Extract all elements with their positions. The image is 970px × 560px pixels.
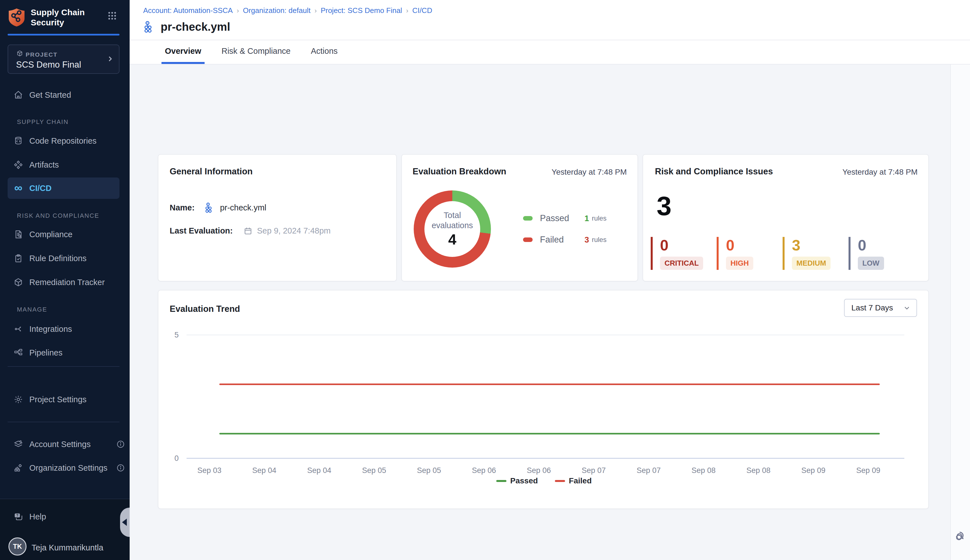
sidebar-item-label: Integrations — [29, 325, 72, 334]
chat-bubbles-icon[interactable] — [954, 530, 967, 543]
sidebar-item-get-started[interactable]: Get Started — [8, 84, 120, 106]
sidebar-item-code-repositories[interactable]: Code Repositories — [8, 130, 120, 152]
sidebar-item-project-settings[interactable]: Project Settings — [8, 389, 120, 410]
sidebar-item-label: CI/CD — [29, 184, 52, 193]
tab-overview[interactable]: Overview — [162, 40, 205, 64]
app-grid-icon[interactable] — [107, 11, 117, 21]
legend-unit: rules — [592, 236, 606, 244]
svg-text:0: 0 — [174, 454, 179, 463]
pipeline-icon — [143, 20, 156, 33]
legend-item-failed: Failed 3 rules — [523, 235, 606, 245]
svg-text:?: ? — [16, 513, 18, 517]
breadcrumb: Account: Automation-SSCA › Organization:… — [143, 6, 432, 15]
help-button[interactable]: ? Help — [8, 506, 120, 527]
severity-row: 0 CRITICAL 0 HIGH 3 MEDIUM 0 LOW — [651, 237, 915, 270]
tab-bar: Overview Risk & Compliance Actions — [162, 40, 341, 64]
legend-item-passed: Passed — [496, 476, 538, 485]
card-title: Evaluation Breakdown — [412, 167, 506, 177]
severity-count: 0 — [726, 237, 783, 253]
user-name[interactable]: Teja Kummarikuntla — [32, 543, 104, 552]
legend-label: Failed — [569, 476, 592, 485]
severity-low: 0 LOW — [848, 237, 915, 270]
sidebar-item-account-settings[interactable]: Account Settings — [8, 433, 120, 455]
info-icon[interactable] — [116, 440, 125, 449]
sidebar-item-cicd[interactable]: ∞ CI/CD — [8, 177, 120, 199]
sidebar-item-label: Account Settings — [29, 440, 91, 449]
sidebar-item-rule-definitions[interactable]: Rule Definitions — [8, 248, 120, 269]
svg-text:Sep 06: Sep 06 — [472, 466, 496, 475]
svg-text:Sep 08: Sep 08 — [691, 466, 716, 475]
sidebar-item-organization-settings[interactable]: Organization Settings — [8, 457, 120, 478]
legend-unit: rules — [592, 214, 606, 222]
page-title-row: pr-check.yml — [143, 20, 230, 33]
document-search-icon — [13, 230, 23, 239]
legend-count: 3 — [584, 235, 589, 245]
breadcrumb-account[interactable]: Account: Automation-SSCA — [143, 6, 233, 15]
breadcrumb-organization[interactable]: Organization: default — [243, 6, 311, 15]
risk-compliance-issues-card: Risk and Compliance Issues Yesterday at … — [643, 154, 929, 282]
card-timestamp: Yesterday at 7:48 PM — [551, 168, 627, 177]
trend-legend: Passed Failed — [159, 476, 930, 485]
name-label: Name: — [170, 203, 195, 212]
total-issues-value: 3 — [657, 191, 671, 222]
passed-line-swatch — [496, 480, 506, 482]
severity-badge: HIGH — [726, 257, 753, 270]
gear-icon — [13, 395, 23, 404]
last-evaluation-row: Last Evaluation: Sep 9, 2024 7:48pm — [170, 226, 331, 235]
passed-swatch — [523, 216, 533, 220]
name-value: pr-check.yml — [220, 203, 266, 212]
name-row: Name: pr-check.yml — [170, 202, 266, 213]
help-chat-icon: ? — [13, 512, 23, 522]
sidebar-item-label: Remediation Tracker — [29, 278, 105, 287]
pipelines-icon — [13, 348, 23, 357]
donut-center-label: Total — [444, 210, 461, 220]
severity-badge: LOW — [858, 257, 884, 270]
evaluation-trend-card: Evaluation Trend Last 7 Days 05Sep 03Sep… — [158, 290, 929, 509]
sidebar-item-label: Code Repositories — [29, 136, 97, 146]
donut-center-label: evaluations — [432, 220, 473, 230]
tab-risk-compliance[interactable]: Risk & Compliance — [218, 40, 294, 64]
svg-text:Sep 09: Sep 09 — [856, 466, 880, 475]
user-avatar[interactable]: TK — [8, 537, 27, 555]
donut-center: Total evaluations 4 — [424, 201, 480, 257]
sidebar-collapse-handle[interactable] — [120, 508, 130, 537]
svg-text:Sep 06: Sep 06 — [527, 466, 551, 475]
box-icon — [13, 277, 23, 287]
severity-badge: MEDIUM — [792, 257, 830, 270]
svg-text:Sep 05: Sep 05 — [362, 466, 386, 475]
project-cube-icon — [16, 50, 23, 57]
legend-item-passed: Passed 1 rules — [523, 213, 606, 223]
last-evaluation-value: Sep 9, 2024 7:48pm — [257, 226, 331, 235]
breadcrumb-separator: › — [406, 7, 408, 15]
project-selector[interactable]: PROJECT SCS Demo Final — [8, 45, 120, 74]
svg-text:Sep 03: Sep 03 — [197, 466, 222, 475]
svg-text:5: 5 — [174, 331, 179, 339]
severity-count: 0 — [660, 237, 717, 253]
app-logo-shield-icon — [8, 8, 26, 27]
calendar-icon — [244, 227, 252, 235]
breadcrumb-cicd[interactable]: CI/CD — [412, 6, 432, 15]
svg-text:Sep 05: Sep 05 — [417, 466, 441, 475]
evaluation-breakdown-card: Evaluation Breakdown Yesterday at 7:48 P… — [401, 154, 638, 282]
sidebar-item-remediation-tracker[interactable]: Remediation Tracker — [8, 272, 120, 293]
app-header: Supply Chain Security — [8, 7, 120, 28]
sidebar-item-compliance[interactable]: Compliance — [8, 224, 120, 245]
trend-line-chart: 05Sep 03Sep 04Sep 04Sep 05Sep 05Sep 06Se… — [159, 290, 930, 482]
sidebar-item-pipelines[interactable]: Pipelines — [8, 342, 120, 363]
legend-label: Passed — [540, 213, 584, 223]
sidebar-item-artifacts[interactable]: Artifacts — [8, 154, 120, 175]
card-title: Risk and Compliance Issues — [655, 167, 773, 177]
tab-actions[interactable]: Actions — [307, 40, 341, 64]
sidebar-divider — [8, 366, 120, 367]
help-label: Help — [29, 512, 46, 522]
sidebar-divider — [8, 422, 120, 422]
artifacts-icon — [13, 160, 23, 170]
sidebar: Supply Chain Security PROJECT SCS Demo F… — [0, 0, 130, 560]
sidebar-item-integrations[interactable]: Integrations — [8, 318, 120, 340]
code-repository-icon — [13, 136, 23, 146]
breadcrumb-project[interactable]: Project: SCS Demo Final — [321, 6, 402, 15]
sidebar-accent-line — [8, 34, 120, 35]
app-window: Supply Chain Security PROJECT SCS Demo F… — [0, 0, 970, 560]
info-icon[interactable] — [116, 463, 125, 472]
sidebar-item-label: Project Settings — [29, 395, 87, 404]
